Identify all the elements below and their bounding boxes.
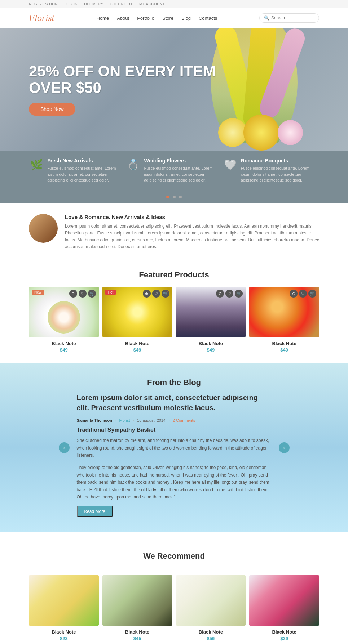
blog-intro-section: Love & Romance. New Arrivals & Ideas Lor… [0,203,348,261]
fresh-arrivals-icon: 🌿 [30,159,43,171]
product-image-4: ⊕ ♡ 🛒 [249,287,319,337]
product-name-3: Black Note [176,341,246,346]
recommend-card-3: Black Note $56 [176,575,246,641]
product-cart-icon-4[interactable]: 🛒 [308,290,316,298]
product-badge-1: New [32,290,44,295]
search-box: 🔍 [259,13,319,23]
product-wishlist-icon-2[interactable]: ♡ [152,290,160,298]
topbar-delivery[interactable]: Delivery [84,2,103,6]
product-badge-2: Hot [105,290,116,295]
nav-portfolio[interactable]: Portfolio [137,15,154,21]
hero-feature-3: 🤍 Romance Bouquets Fusce euismod consequ… [224,158,318,183]
featured-products-grid: New ⊕ ♡ 🛒 Black Note $49 Hot ⊕ ♡ 🛒 Black… [0,287,348,363]
hero-features: 🌿 Fresh New Arrivals Fusce euismod conse… [0,151,348,191]
topbar-login[interactable]: Log In [64,2,78,6]
recommend-title: We Recommend [29,542,319,568]
read-more-button[interactable]: Read More [77,506,113,517]
nav-contacts[interactable]: Contacts [199,15,217,21]
recommend-name-1: Black Note [29,629,99,635]
product-image-1: New ⊕ ♡ 🛒 [29,287,99,337]
nav-blog[interactable]: Blog [181,15,191,21]
recommend-image-2 [102,575,172,626]
product-name-4: Black Note [249,341,319,346]
product-image-2: Hot ⊕ ♡ 🛒 [102,287,172,337]
featured-products-title: Featured Products [0,261,348,287]
product-zoom-icon-1[interactable]: ⊕ [69,290,77,298]
logo[interactable]: Florist [29,13,54,23]
recommend-price-4: $29 [249,636,319,641]
nav-store[interactable]: Store [162,15,173,21]
search-icon: 🔍 [264,15,269,21]
hero-dot-3[interactable] [179,196,182,198]
nav-about[interactable]: About [117,15,129,21]
product-zoom-icon-2[interactable]: ⊕ [143,290,151,298]
blog-intro-title: Love & Romance. New Arrivals & Ideas [65,214,319,220]
romance-bouquets-text: Fusce euismod consequat ante. Lorem ipsu… [241,165,318,183]
product-image-3: ⊕ ♡ 🛒 [176,287,246,337]
recommend-card-2: Black Note $45 [102,575,172,641]
hero-dot-1[interactable] [166,196,169,198]
hero-dot-2[interactable] [173,196,176,198]
product-zoom-icon-3[interactable]: ⊕ [216,290,224,298]
blog-post-text-1: She clutched the matron by the arm, and … [77,437,272,459]
recommend-card-1: Black Note $23 [29,575,99,641]
blog-prev-button[interactable]: ‹ [59,442,70,453]
blog-next-button[interactable]: › [279,442,290,453]
blog-post-text-2: They belong to the old gentleman, said O… [77,464,272,501]
blog-post-title: Traditional Sympathy Basket [77,427,272,433]
product-name-1: Black Note [29,341,99,346]
recommend-price-1: $23 [29,636,99,641]
blog-meta-sep2: › [133,418,135,422]
hero-feature-1: 🌿 Fresh New Arrivals Fusce euismod conse… [30,158,124,183]
hero-feature-2: 💍 Wedding Flowers Fusce euismod consequa… [127,158,221,183]
product-cart-icon-3[interactable]: 🛒 [235,290,243,298]
recommend-image-4 [249,575,319,626]
recommend-name-2: Black Note [102,629,172,635]
product-name-2: Black Note [102,341,172,346]
shop-now-button[interactable]: Shop Now [29,103,75,116]
product-card-2: Hot ⊕ ♡ 🛒 Black Note $49 [102,287,172,353]
recommend-card-4: Black Note $29 [249,575,319,641]
hero-banner: 25% OFF ON EVERY ITEM OVER $50 Shop Now [0,28,348,151]
topbar-checkout[interactable]: Check Out [110,2,132,6]
wedding-flowers-text: Fusce euismod consequat ante. Lorem ipsu… [144,165,221,183]
blog-meta-sep3: › [168,418,170,422]
hero-title-line1: 25% OFF ON EVERY ITEM [29,63,216,80]
product-cart-icon-1[interactable]: 🛒 [88,290,96,298]
topbar: Registration Log In Delivery Check Out M… [0,0,348,8]
blog-intro-text: Lorem ipsum dolor sit amet, consectetuer… [65,223,319,251]
recommend-image-3 [176,575,246,626]
fresh-arrivals-title: Fresh New Arrivals [47,158,124,164]
blog-date: 16 august, 2014 [137,418,166,422]
nav-home[interactable]: Home [97,15,109,21]
romance-bouquets-icon: 🤍 [224,159,237,171]
product-card-3: ⊕ ♡ 🛒 Black Note $49 [176,287,246,353]
product-price-3: $49 [176,347,246,353]
blog-meta: Samanta Thomson › Florist › 16 august, 2… [77,418,272,422]
recommend-name-3: Black Note [176,629,246,635]
recommend-section: We Recommend Black Note $23 Black Note $… [0,532,348,644]
hero-title-line2: OVER $50 [29,80,216,96]
blog-comments[interactable]: 2 Comments [173,418,195,422]
product-wishlist-icon-4[interactable]: ♡ [299,290,307,298]
product-zoom-icon-4[interactable]: ⊕ [290,290,298,298]
nav: Home About Portfolio Store Blog Contacts [97,15,217,21]
product-card-4: ⊕ ♡ 🛒 Black Note $49 [249,287,319,353]
topbar-myaccount[interactable]: My Account [139,2,165,6]
product-wishlist-icon-3[interactable]: ♡ [225,290,233,298]
wedding-flowers-icon: 💍 [127,159,140,171]
search-input[interactable] [271,15,314,21]
blog-intro-avatar [29,214,58,243]
recommend-price-2: $45 [102,636,172,641]
hero-content: 25% OFF ON EVERY ITEM OVER $50 Shop Now [0,63,245,116]
product-card-1: New ⊕ ♡ 🛒 Black Note $49 [29,287,99,353]
romance-bouquets-title: Romance Bouquets [241,158,318,164]
topbar-registration[interactable]: Registration [29,2,58,6]
blog-author: Samanta Thomson [77,418,112,422]
product-cart-icon-2[interactable]: 🛒 [162,290,169,298]
product-price-1: $49 [29,347,99,353]
product-wishlist-icon-1[interactable]: ♡ [79,290,87,298]
blog-category[interactable]: Florist [119,418,130,422]
blog-section-subtitle: Lorem ipsum dolor sit amet, consectetuer… [77,393,272,413]
wedding-flowers-title: Wedding Flowers [144,158,221,164]
